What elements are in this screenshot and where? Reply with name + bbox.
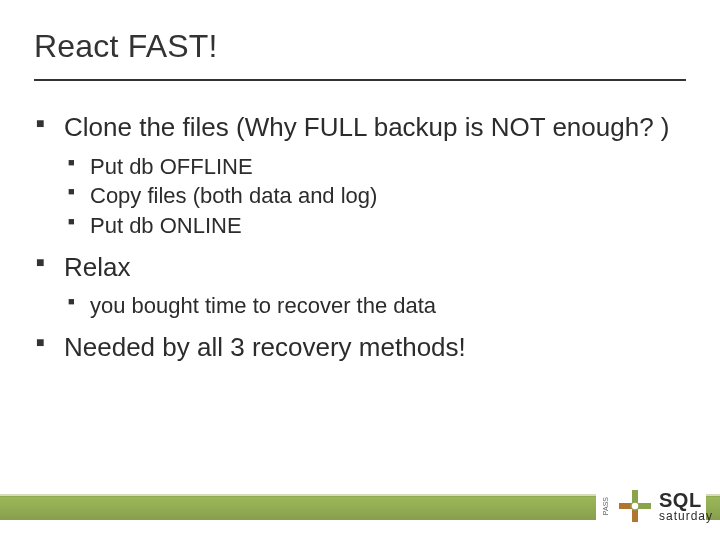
title-wrap: React FAST! (0, 0, 720, 73)
logo-pass-text: PASS (602, 497, 609, 515)
bullet-list-level2: you bought time to recover the data (64, 291, 686, 321)
logo-saturday-text: saturday (659, 510, 713, 522)
sql-saturday-icon (617, 488, 653, 524)
bullet-text: Needed by all 3 recovery methods! (64, 332, 466, 362)
content-area: Clone the files (Why FULL backup is NOT … (0, 81, 720, 363)
bullet-l1-clone-files: Clone the files (Why FULL backup is NOT … (34, 111, 686, 241)
slide-title: React FAST! (34, 28, 686, 65)
bullet-l2-bought-time: you bought time to recover the data (64, 291, 686, 321)
bullet-l2-copy-files: Copy files (both data and log) (64, 181, 686, 211)
bullet-text: Relax (64, 252, 130, 282)
bullet-l2-online: Put db ONLINE (64, 211, 686, 241)
bullet-list-level1: Clone the files (Why FULL backup is NOT … (34, 111, 686, 363)
logo-text-group: SQL saturday (659, 490, 713, 522)
bullet-l2-offline: Put db OFFLINE (64, 152, 686, 182)
bullet-l1-relax: Relax you bought time to recover the dat… (34, 251, 686, 321)
svg-point-4 (631, 502, 639, 510)
bullet-text: Clone the files (Why FULL backup is NOT … (64, 112, 670, 142)
bullet-l1-needed: Needed by all 3 recovery methods! (34, 331, 686, 364)
footer-logo: PASS SQL saturday (596, 478, 706, 534)
slide: React FAST! Clone the files (Why FULL ba… (0, 0, 720, 540)
bullet-list-level2: Put db OFFLINE Copy files (both data and… (64, 152, 686, 241)
logo-sql-text: SQL (659, 490, 713, 510)
